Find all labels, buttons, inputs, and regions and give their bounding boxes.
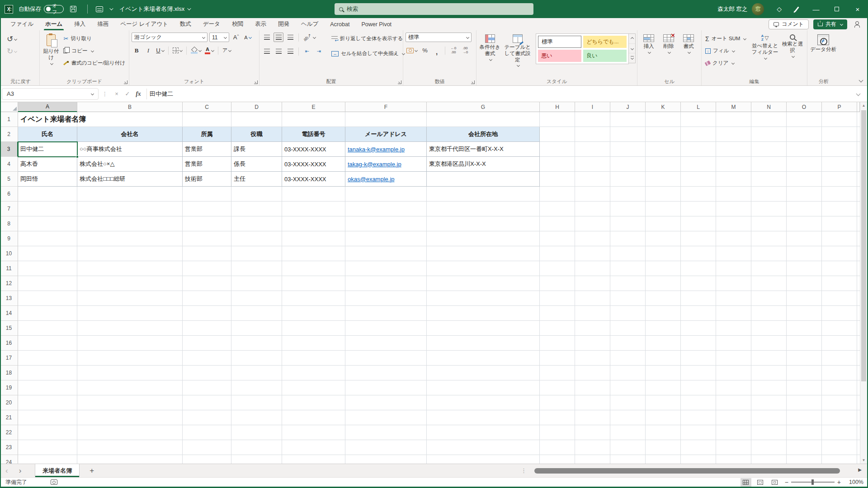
cell-K20[interactable] (646, 395, 681, 410)
cell-I13[interactable] (575, 291, 610, 306)
cell-O10[interactable] (787, 246, 822, 261)
cell-D6[interactable] (231, 187, 282, 202)
format-as-table-button[interactable]: テーブルとして書式設定 (502, 32, 533, 78)
cell-B15[interactable] (77, 321, 183, 336)
cell-P22[interactable] (822, 425, 857, 440)
cell-N20[interactable] (751, 395, 787, 410)
cell-F6[interactable] (345, 187, 427, 202)
cell-I11[interactable] (575, 261, 610, 276)
cell-F19[interactable] (345, 380, 427, 395)
cell-F18[interactable] (345, 366, 427, 380)
cell-I10[interactable] (575, 246, 610, 261)
cell-D8[interactable] (231, 216, 282, 231)
font-name-select[interactable]: 游ゴシック (132, 33, 208, 42)
cell-A18[interactable] (18, 366, 77, 380)
cell-B10[interactable] (77, 246, 183, 261)
cell-F11[interactable] (345, 261, 427, 276)
col-header-D[interactable]: D (231, 102, 282, 112)
cell-C8[interactable] (183, 216, 231, 231)
cell-G19[interactable] (427, 380, 540, 395)
cell-E4[interactable]: 03-XXXX-XXXX (282, 157, 345, 172)
cell-P20[interactable] (822, 395, 857, 410)
cell-H17[interactable] (540, 351, 575, 366)
add-sheet-button[interactable]: + (80, 466, 104, 475)
cell-O16[interactable] (787, 336, 822, 351)
cell-A2[interactable]: 氏名 (18, 127, 77, 142)
cell-J7[interactable] (610, 202, 646, 216)
cell-P4[interactable] (822, 157, 857, 172)
col-header-A[interactable]: A (18, 102, 77, 112)
cell-B9[interactable] (77, 231, 183, 246)
cell-C4[interactable]: 営業部 (183, 157, 231, 172)
next-sheet-arrow[interactable]: › (14, 467, 27, 474)
cell-F9[interactable] (345, 231, 427, 246)
minimize-button[interactable]: — (806, 0, 826, 18)
conditional-formatting-button[interactable]: 条件付き書式 (478, 32, 502, 78)
col-header-N[interactable]: N (751, 102, 787, 112)
orientation-button[interactable]: ab↗ (302, 33, 316, 42)
cell-N18[interactable] (751, 366, 787, 380)
cell-C20[interactable] (183, 395, 231, 410)
cell-J1[interactable] (610, 112, 646, 127)
cell-C17[interactable] (183, 351, 231, 366)
cell-O9[interactable] (787, 231, 822, 246)
cell-C23[interactable] (183, 440, 231, 455)
col-header-L[interactable]: L (681, 102, 716, 112)
cell-B1[interactable] (77, 112, 183, 127)
cell-G6[interactable] (427, 187, 540, 202)
cell-J16[interactable] (610, 336, 646, 351)
cell-G1[interactable] (427, 112, 540, 127)
cell-C16[interactable] (183, 336, 231, 351)
row-header-23[interactable]: 23 (0, 440, 18, 455)
cell-H9[interactable] (540, 231, 575, 246)
row-header-4[interactable]: 4 (0, 157, 18, 172)
cell-E18[interactable] (282, 366, 345, 380)
tab-file[interactable]: ファイル (5, 18, 39, 30)
cell-L2[interactable] (681, 127, 716, 142)
cell-O5[interactable] (787, 172, 822, 187)
cell-O13[interactable] (787, 291, 822, 306)
cell-H16[interactable] (540, 336, 575, 351)
cell-C2[interactable]: 所属 (183, 127, 231, 142)
cell-G14[interactable] (427, 306, 540, 321)
cell-K18[interactable] (646, 366, 681, 380)
cell-M9[interactable] (716, 231, 751, 246)
cell-E6[interactable] (282, 187, 345, 202)
cell-I18[interactable] (575, 366, 610, 380)
cell-K8[interactable] (646, 216, 681, 231)
formula-bar-splitter[interactable]: ⋮ (102, 91, 108, 97)
tab-page-layout[interactable]: ページ レイアウト (114, 18, 174, 30)
align-middle-button[interactable] (274, 33, 283, 42)
cell-M20[interactable] (716, 395, 751, 410)
cell-C14[interactable] (183, 306, 231, 321)
cell-H19[interactable] (540, 380, 575, 395)
cell-L5[interactable] (681, 172, 716, 187)
cell-A10[interactable] (18, 246, 77, 261)
cell-N24[interactable] (751, 455, 787, 464)
cell-O22[interactable] (787, 425, 822, 440)
cell-P13[interactable] (822, 291, 857, 306)
cell-C5[interactable]: 技術部 (183, 172, 231, 187)
formula-input[interactable]: 田中健二 (150, 90, 857, 98)
cell-P17[interactable] (822, 351, 857, 366)
cell-H21[interactable] (540, 410, 575, 425)
cell-L6[interactable] (681, 187, 716, 202)
cell-C12[interactable] (183, 276, 231, 291)
cell-B7[interactable] (77, 202, 183, 216)
row-header-20[interactable]: 20 (0, 395, 18, 410)
style-bad[interactable]: 悪い (538, 50, 581, 62)
cell-B22[interactable] (77, 425, 183, 440)
email-link[interactable]: takag-k@example.jp (348, 161, 401, 168)
cell-I15[interactable] (575, 321, 610, 336)
cell-P6[interactable] (822, 187, 857, 202)
cell-N15[interactable] (751, 321, 787, 336)
cell-L3[interactable] (681, 142, 716, 157)
find-select-button[interactable]: 検索と選択 (780, 32, 805, 78)
cell-M13[interactable] (716, 291, 751, 306)
cell-O8[interactable] (787, 216, 822, 231)
name-box[interactable]: A3 (2, 88, 99, 100)
horizontal-scrollbar[interactable] (528, 468, 853, 474)
cell-E22[interactable] (282, 425, 345, 440)
cell-N22[interactable] (751, 425, 787, 440)
cell-P1[interactable] (822, 112, 857, 127)
